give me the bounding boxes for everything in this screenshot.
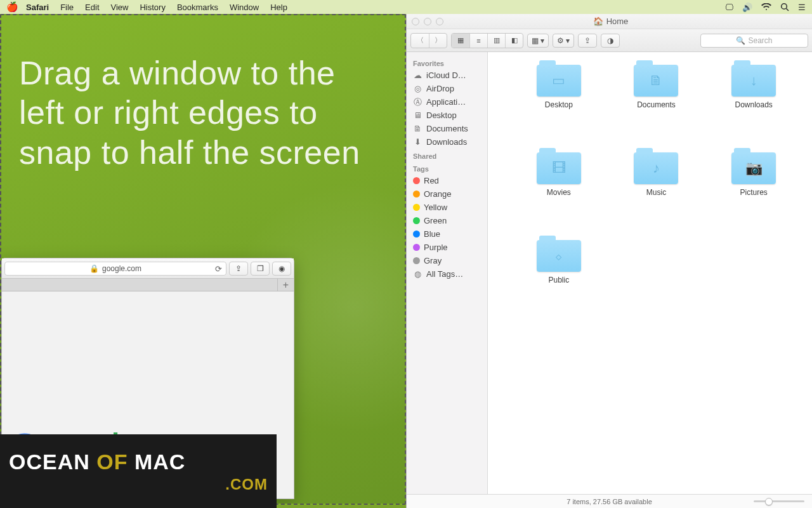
svg-point-0 (782, 4, 787, 10)
tag-icon: ◑ (607, 36, 613, 45)
folder-movies[interactable]: 🎞Movies (537, 152, 581, 229)
search-placeholder: Search (748, 36, 772, 45)
list-view-button[interactable]: ≡ (469, 34, 487, 48)
forward-button[interactable]: 〉 (429, 34, 447, 48)
folder-icon: 📷 (731, 152, 776, 184)
grid-icon: ▦ (532, 36, 539, 45)
close-button[interactable] (412, 18, 419, 25)
wm-text-b: MAC (134, 450, 185, 474)
finder-toolbar: 〈 〉 ▦ ≡ ▥ ◧ ▦▾ ⚙▾ ⇪ ◑ 🔍 Search (407, 29, 812, 52)
folder-public[interactable]: ⬦Public (537, 240, 581, 316)
sidebar-item-downloads[interactable]: ⬇︎Downloads (407, 135, 487, 149)
folder-documents[interactable]: 🗎Documents (634, 65, 678, 141)
traffic-lights[interactable] (412, 18, 443, 25)
notifications-icon[interactable]: ☰ (798, 3, 806, 12)
menu-file[interactable]: File (60, 3, 74, 12)
minimize-button[interactable] (424, 18, 431, 25)
finder-sidebar: Favorites ☁︎iCloud D… ◎AirDrop ⒶApplicat… (407, 52, 488, 494)
folder-icon: 🗎 (634, 65, 678, 97)
sidebar-item-icloud[interactable]: ☁︎iCloud D… (407, 69, 487, 82)
sidebar-tag-blue[interactable]: Blue (407, 227, 487, 241)
new-tab-button[interactable]: + (277, 279, 294, 291)
sidebar-item-documents[interactable]: 🗎Documents (407, 122, 487, 135)
sidebar-tag-purple[interactable]: Purple (407, 241, 487, 254)
menu-view[interactable]: View (111, 3, 129, 12)
tag-dot-icon (413, 257, 420, 264)
zoom-button[interactable] (436, 18, 443, 25)
spotlight-icon[interactable] (780, 3, 789, 11)
tabs-button[interactable]: ❐ (251, 262, 270, 276)
view-mode-segment: ▦ ≡ ▥ ◧ (451, 33, 523, 48)
tag-dot-icon (413, 231, 420, 237)
folder-label: Movies (547, 188, 571, 197)
sidebar-tag-orange[interactable]: Orange (407, 187, 487, 201)
column-view-button[interactable]: ▥ (487, 34, 505, 48)
folder-icon: 🎞 (537, 152, 581, 184)
sidebar-head-tags: Tags (407, 161, 487, 174)
snap-hint-zone: Drag a window to the left or right edges… (0, 14, 406, 505)
sidebar-item-applications[interactable]: ⒶApplicati… (407, 95, 487, 109)
menu-help[interactable]: Help (270, 3, 287, 12)
apple-menu-icon[interactable]: 🍎 (6, 1, 18, 13)
wifi-icon[interactable] (761, 3, 771, 11)
folder-icon: ⬦ (537, 240, 581, 272)
wm-text-of: OF (96, 450, 134, 474)
airdrop-icon: ◎ (413, 84, 422, 93)
lock-icon: 🔒 (89, 264, 99, 273)
reload-icon[interactable]: ⟳ (215, 264, 222, 274)
all-tags-icon: ◍ (413, 269, 422, 279)
app-menu[interactable]: Safari (26, 3, 49, 12)
downloads-button[interactable]: ◉ (272, 262, 291, 276)
download-icon: ⬇︎ (413, 137, 422, 147)
watermark: OCEAN OF MAC .COM (0, 434, 277, 508)
back-button[interactable]: 〈 (411, 34, 429, 48)
sidebar-item-airdrop[interactable]: ◎AirDrop (407, 82, 487, 95)
menu-history[interactable]: History (140, 3, 165, 12)
safari-tab-strip: + (2, 279, 294, 291)
folder-label: Documents (637, 100, 676, 109)
finder-title: Home (606, 17, 629, 26)
address-bar[interactable]: 🔒 google.com ⟳ (4, 262, 226, 276)
folder-icon: ♪ (634, 152, 678, 184)
menu-edit[interactable]: Edit (85, 3, 99, 12)
finder-titlebar[interactable]: 🏠 Home (407, 14, 812, 29)
folder-label: Public (548, 276, 569, 284)
icon-size-slider[interactable] (754, 498, 804, 504)
finder-search[interactable]: 🔍 Search (700, 34, 808, 48)
status-text: 7 items, 27.56 GB available (566, 498, 652, 505)
folder-music[interactable]: ♪Music (634, 152, 678, 229)
arrange-dropdown[interactable]: ▦▾ (527, 34, 549, 48)
search-icon: 🔍 (736, 36, 745, 45)
volume-icon[interactable]: 🔊 (742, 3, 752, 12)
sidebar-tag-gray[interactable]: Gray (407, 254, 487, 267)
wm-tld: .COM (225, 476, 268, 493)
sidebar-tag-green[interactable]: Green (407, 214, 487, 227)
menu-bookmarks[interactable]: Bookmarks (177, 3, 218, 12)
snap-hint-text: Drag a window to the left or right edges… (19, 53, 383, 172)
sidebar-item-all-tags[interactable]: ◍All Tags… (407, 267, 487, 281)
sidebar-head-shared: Shared (407, 149, 487, 161)
folder-downloads[interactable]: ↓Downloads (731, 65, 776, 141)
icon-view-button[interactable]: ▦ (452, 34, 469, 48)
wm-text-a: OCEAN (9, 450, 96, 474)
share-button[interactable]: ⇪ (229, 262, 248, 276)
finder-window[interactable]: 🏠 Home 〈 〉 ▦ ≡ ▥ ◧ ▦▾ ⚙▾ ⇪ ◑ 🔍 Search Fa… (406, 14, 812, 508)
sidebar-head-favorites: Favorites (407, 56, 487, 69)
sidebar-tag-yellow[interactable]: Yellow (407, 201, 487, 214)
screenshare-icon[interactable]: 🖵 (725, 3, 733, 12)
doc-icon: 🗎 (413, 124, 422, 133)
finder-content[interactable]: ▭Desktop🗎Documents↓Downloads🎞Movies♪Musi… (488, 52, 812, 494)
folder-pictures[interactable]: 📷Pictures (731, 152, 776, 229)
tag-dot-icon (413, 204, 420, 211)
tag-dot-icon (413, 217, 420, 224)
folder-label: Pictures (740, 188, 767, 197)
sidebar-tag-red[interactable]: Red (407, 174, 487, 187)
folder-desktop[interactable]: ▭Desktop (537, 65, 581, 141)
nav-back-forward: 〈 〉 (410, 33, 447, 48)
sidebar-item-desktop[interactable]: 🖥Desktop (407, 109, 487, 122)
action-dropdown[interactable]: ⚙▾ (553, 34, 574, 48)
tags-button[interactable]: ◑ (601, 34, 620, 48)
menu-window[interactable]: Window (230, 3, 259, 12)
share-button[interactable]: ⇪ (578, 34, 597, 48)
gallery-view-button[interactable]: ◧ (505, 34, 523, 48)
